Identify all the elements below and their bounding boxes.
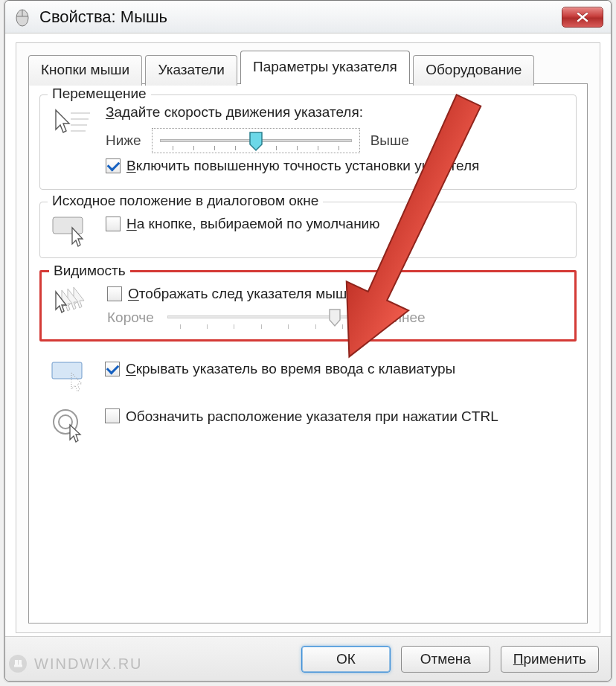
group-snap-legend: Исходное положение в диалоговом окне xyxy=(48,193,323,209)
enhance-precision-checkbox[interactable] xyxy=(106,158,121,173)
trails-shorter-label: Короче xyxy=(107,310,154,326)
svg-rect-6 xyxy=(52,362,82,379)
watermark: WINDWIX.RU xyxy=(7,653,143,674)
row-hide-typing: Скрывать указатель во время ввода с клав… xyxy=(39,353,577,395)
tab-hardware[interactable]: Оборудование xyxy=(413,55,534,86)
close-button[interactable] xyxy=(562,7,603,28)
hide-typing-icon xyxy=(48,356,94,392)
trails-longer-label: Длиннее xyxy=(368,310,426,326)
ctrl-locate-checkbox[interactable] xyxy=(105,408,120,423)
snap-to-checkbox[interactable] xyxy=(106,217,121,231)
trails-slider[interactable] xyxy=(164,307,358,329)
titlebar: Свойства: Мышь xyxy=(5,1,611,33)
speed-slower-label: Ниже xyxy=(106,132,141,149)
watermark-icon xyxy=(7,653,28,674)
tab-pointer-options[interactable]: Параметры указателя xyxy=(240,51,410,84)
snap-to-label: На кнопке, выбираемой по умолчанию xyxy=(126,216,379,232)
window-title: Свойства: Мышь xyxy=(39,7,167,27)
ctrl-locate-label: Обозначить расположение указателя при на… xyxy=(126,408,498,425)
speed-slider-row: Ниже xyxy=(106,128,567,153)
speed-faster-label: Выше xyxy=(370,132,409,149)
svg-rect-11 xyxy=(19,660,22,665)
tabstrip: Кнопки мыши Указатели Параметры указател… xyxy=(28,51,588,85)
apply-button[interactable]: Применить xyxy=(501,646,599,673)
hide-typing-label: Скрывать указатель во время ввода с клав… xyxy=(126,361,455,377)
ok-button[interactable]: ОК xyxy=(301,646,391,673)
trails-icon xyxy=(51,281,97,318)
ctrl-locate-icon xyxy=(48,404,94,443)
pointer-trails-label: Отображать след указателя мыши xyxy=(128,286,355,302)
speed-slider[interactable] xyxy=(152,128,360,153)
group-visibility-legend: Видимость xyxy=(49,263,130,279)
group-visibility: Видимость xyxy=(39,270,577,342)
snap-icon xyxy=(49,211,95,247)
group-motion: Перемещение xyxy=(39,94,577,190)
group-snap: Исходное положение в диалоговом окне xyxy=(39,202,577,258)
row-ctrl-locate: Обозначить расположение указателя при на… xyxy=(39,401,577,446)
mouse-icon xyxy=(13,7,32,27)
client-area: Кнопки мыши Указатели Параметры указател… xyxy=(16,42,600,633)
tab-pointers[interactable]: Указатели xyxy=(145,55,237,86)
motion-icon xyxy=(49,104,95,141)
close-icon xyxy=(576,12,589,22)
svg-rect-10 xyxy=(15,660,18,665)
tab-page: Перемещение xyxy=(28,83,588,624)
pointer-trails-checkbox[interactable] xyxy=(107,286,122,301)
enhance-precision-label: Включить повышенную точность установки у… xyxy=(126,158,479,174)
svg-rect-5 xyxy=(53,217,83,234)
dialog-window: Свойства: Мышь Кнопки мыши Указатели Пар… xyxy=(4,0,612,682)
group-motion-legend: Перемещение xyxy=(48,86,151,102)
cancel-button[interactable]: Отмена xyxy=(401,646,490,673)
speed-label: Задайте скорость движения указателя: xyxy=(106,104,567,121)
tab-buttons[interactable]: Кнопки мыши xyxy=(28,55,142,86)
hide-typing-checkbox[interactable] xyxy=(105,362,120,376)
